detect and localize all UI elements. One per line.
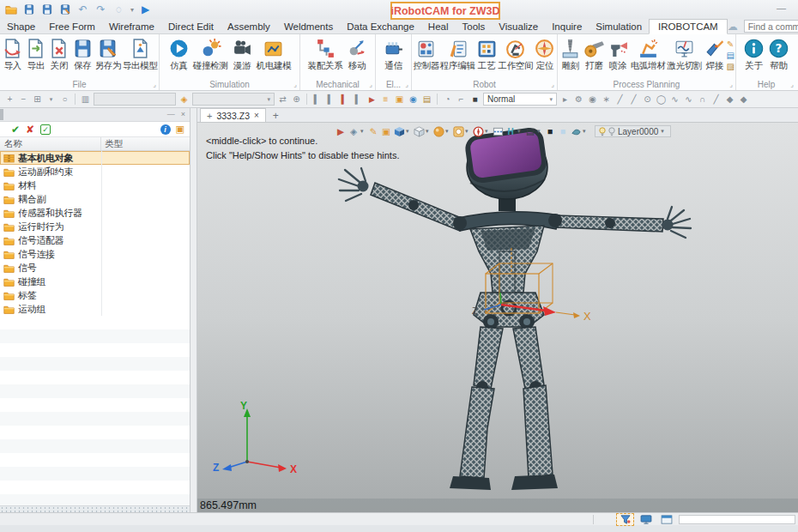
- simulate-button[interactable]: 仿真: [166, 37, 191, 73]
- render-style-icon[interactable]: ▤: [524, 125, 536, 137]
- tree-item-signal-connections[interactable]: 信号连接: [0, 247, 190, 261]
- tree-item-materials[interactable]: 材料: [0, 178, 190, 192]
- engrave-button[interactable]: 雕刻: [559, 37, 583, 73]
- wireframe-cube-icon[interactable]: [413, 125, 425, 137]
- menu-assembly[interactable]: Assembly: [221, 19, 277, 33]
- display-mode-combo[interactable]: Normal ▾: [483, 93, 557, 106]
- import-button[interactable]: 导入: [1, 37, 24, 73]
- datum-csys-icon[interactable]: ⊞: [32, 93, 43, 106]
- panel-resize-handle[interactable]: [0, 505, 190, 512]
- circle-center-icon[interactable]: ⊙: [642, 93, 653, 106]
- save-icon[interactable]: [22, 3, 35, 16]
- pointer-red-icon[interactable]: ▶: [366, 93, 378, 106]
- pan-hand-icon[interactable]: ◆: [724, 93, 735, 106]
- datum-line-icon[interactable]: −: [18, 93, 29, 106]
- circle-tool-icon[interactable]: ◯: [656, 93, 667, 106]
- viewport-3d[interactable]: ▶ ◈ ▾ ✎ ▣ ▾ ▾ ▾ ▾ ▾ H ▾: [197, 123, 798, 512]
- folder-shortcut-icon[interactable]: ▣: [394, 93, 405, 106]
- panel-close-icon[interactable]: ×: [181, 111, 185, 118]
- tree-item-collision-groups[interactable]: 碰撞组: [0, 275, 190, 288]
- tree-item-joints-constraints[interactable]: 运动副和约束: [0, 165, 190, 178]
- list-icon[interactable]: ≡: [380, 93, 391, 106]
- menu-weldments[interactable]: Weldments: [277, 19, 340, 33]
- command-search[interactable]: [744, 20, 798, 33]
- cloud-icon[interactable]: ☁: [728, 21, 738, 33]
- spray-button[interactable]: 喷涂: [606, 37, 630, 73]
- wireframe-caret-icon[interactable]: ▾: [426, 128, 432, 135]
- start-icon[interactable]: ▶: [139, 3, 152, 16]
- datum-highlight-icon[interactable]: ◈: [178, 93, 190, 106]
- swatch-icon[interactable]: ■: [469, 93, 481, 106]
- save-as-button[interactable]: 另存为: [94, 37, 122, 73]
- confirm-icon[interactable]: ✔: [11, 124, 20, 136]
- tree-item-signals[interactable]: 信号: [0, 261, 190, 275]
- background-light-swatch[interactable]: ■: [557, 125, 569, 137]
- tree-item-tags[interactable]: 标签: [0, 288, 190, 302]
- constraint-icon[interactable]: ⊕: [291, 93, 302, 106]
- mechatronics-modeling-button[interactable]: 机电建模: [255, 37, 293, 73]
- arc-tool-icon[interactable]: ∩: [697, 93, 708, 106]
- assembly-relation-button[interactable]: 装配关系: [306, 37, 345, 73]
- filter-status-icon[interactable]: [617, 514, 633, 525]
- menu-inquire[interactable]: Inquire: [545, 19, 589, 33]
- tree-item-runtime-behavior[interactable]: 运行时行为: [0, 220, 190, 233]
- cancel-icon[interactable]: ✘: [26, 124, 34, 136]
- spline-icon[interactable]: ∿: [669, 93, 680, 106]
- column-name[interactable]: 名称: [0, 137, 101, 150]
- menu-visualize[interactable]: Visualize: [492, 19, 545, 33]
- csys-caret-icon[interactable]: ▾: [45, 93, 57, 106]
- dialog-launcher-icon[interactable]: ⌟: [405, 82, 408, 88]
- menu-shape[interactable]: Shape: [0, 19, 42, 33]
- context-combo-1[interactable]: [94, 93, 176, 106]
- info-icon[interactable]: i: [160, 124, 171, 135]
- window-minimize-button[interactable]: —: [773, 2, 789, 15]
- menu-tools[interactable]: Tools: [455, 19, 492, 33]
- menu-free-form[interactable]: Free Form: [42, 19, 102, 33]
- report-icon[interactable]: ▣: [176, 124, 184, 135]
- pick-filter-icon[interactable]: ◈: [348, 125, 360, 137]
- export-button[interactable]: 导出: [24, 37, 47, 73]
- gear-tool-icon[interactable]: ⚙: [573, 93, 584, 106]
- plan-view-icon[interactable]: ▣: [380, 125, 392, 137]
- globe-icon[interactable]: ◉: [408, 93, 419, 106]
- regen-caret-icon[interactable]: ▾: [130, 6, 134, 14]
- tree-item-motion-groups[interactable]: 运动组: [0, 302, 190, 316]
- dialog-launcher-icon[interactable]: ⌟: [790, 82, 794, 88]
- monitor-status-icon[interactable]: [638, 514, 654, 525]
- datum-point-icon[interactable]: +: [4, 93, 15, 106]
- swap-icon[interactable]: ⇄: [277, 93, 288, 106]
- robot-model[interactable]: Z X Y X: [197, 123, 798, 512]
- menu-direct-edit[interactable]: Direct Edit: [161, 19, 221, 33]
- regen-icon[interactable]: ◌: [112, 3, 125, 16]
- tree-item-basic-objects[interactable]: 基本机电对象: [0, 151, 190, 165]
- dialog-launcher-icon[interactable]: ⌟: [729, 82, 733, 88]
- panel-minimize-icon[interactable]: —: [167, 111, 175, 118]
- polyline-tool-icon[interactable]: ╱: [628, 93, 639, 106]
- sketch-icon[interactable]: ✎: [727, 39, 735, 50]
- pencil-icon[interactable]: ✎: [367, 125, 379, 137]
- segment-icon[interactable]: ╱: [710, 93, 722, 106]
- polygon-icon[interactable]: ○: [59, 93, 70, 106]
- collision-check-button[interactable]: 碰撞检测: [191, 37, 230, 73]
- program-edit-button[interactable]: 程序编辑: [440, 37, 475, 73]
- ruler-icon[interactable]: H: [505, 125, 517, 137]
- align-left-icon[interactable]: ▍: [311, 93, 323, 106]
- compass-caret-icon[interactable]: ▾: [485, 128, 491, 135]
- craft-button[interactable]: 工艺: [475, 37, 499, 73]
- shade-caret-icon[interactable]: ▾: [445, 128, 451, 135]
- tree-item-sensors-actuators[interactable]: 传感器和执行器: [0, 206, 190, 220]
- texture-caret-icon[interactable]: ▾: [465, 128, 471, 135]
- undo-icon[interactable]: ↶: [76, 3, 89, 16]
- locate-button[interactable]: 定位: [533, 37, 556, 73]
- face-display-icon[interactable]: [570, 125, 582, 137]
- background-dark-swatch[interactable]: ■: [544, 125, 556, 137]
- line-tool-icon[interactable]: ╱: [614, 93, 626, 106]
- document-tab[interactable]: + 3333.Z3 ×: [200, 108, 266, 122]
- arc-additive-button[interactable]: 电弧增材: [630, 37, 667, 73]
- help-button[interactable]: 帮助: [766, 37, 791, 73]
- ruler-caret-icon[interactable]: ▾: [517, 128, 523, 135]
- save-as-quick-icon[interactable]: [58, 3, 71, 16]
- controller-button[interactable]: 控制器: [413, 37, 440, 73]
- about-button[interactable]: 关于: [741, 37, 766, 73]
- export-model-button[interactable]: 导出模型: [122, 37, 158, 73]
